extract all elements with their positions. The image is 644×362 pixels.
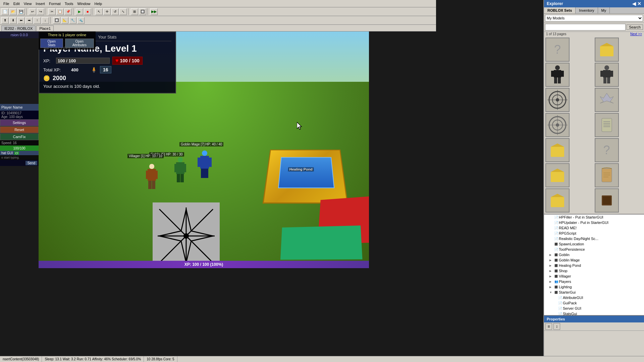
tree-item-goblin-mage[interactable]: ▶ ⬛ Goblin Mage (544, 257, 644, 263)
tree-item-hpupdater[interactable]: 📄 HPUpdater - Put in StarterGUI (544, 220, 644, 225)
model-thumb-11[interactable] (595, 163, 619, 187)
open-attributes-btn[interactable]: Open Attributes (65, 39, 94, 48)
menu-tools[interactable]: Tools (63, 2, 75, 6)
svg-marker-67 (551, 194, 564, 197)
model-thumb-4[interactable] (545, 88, 570, 112)
menu-view[interactable]: View (22, 2, 34, 6)
toolbar-save[interactable]: 💾 (17, 8, 25, 15)
toolbar-rotate[interactable]: ↺ (111, 8, 119, 15)
model-thumb-12[interactable] (545, 188, 570, 213)
tree-item-shop[interactable]: ▶ ⬛ Shop (544, 268, 644, 274)
model-thumb-9[interactable]: ? (595, 138, 619, 162)
toolbar-grid[interactable]: ⊞ (131, 8, 138, 15)
toolbar2-b5[interactable]: ↑ (34, 17, 41, 24)
tree-item-servergui[interactable]: 📄 Server GUI (544, 306, 644, 311)
toolbar-new[interactable]: 📄 (1, 8, 9, 15)
tree-item-hpfiller[interactable]: 📄 HPFiller - Put in StarterGUI (544, 215, 644, 220)
tree-item-villager[interactable]: ▶ ⬛ Villager (544, 274, 644, 279)
hp-bar-text: 100/100 (13, 146, 25, 150)
search-button[interactable]: Search (627, 24, 643, 30)
explorer-tree[interactable]: 📄 HPFiller - Put in StarterGUI 📄 HPUpdat… (544, 214, 644, 315)
toolbar-cut[interactable]: ✂ (48, 8, 56, 15)
menu-file[interactable]: File (1, 2, 11, 6)
model-thumb-0[interactable]: ? (545, 38, 570, 62)
props-sort-btn[interactable]: ↕ (553, 323, 560, 330)
toolbar2-b9[interactable]: 🔧 (69, 17, 76, 24)
toolbar-undo[interactable]: ↩ (29, 8, 36, 15)
props-filter-btn[interactable]: ≡ (545, 323, 552, 330)
tab-roblox-sets[interactable]: ROBLOX Sets (544, 7, 576, 13)
healing-pond-icon: ⬛ (553, 263, 559, 268)
menu-format[interactable]: Format (47, 2, 63, 6)
toolbar2-b2[interactable]: ⬇ (9, 17, 17, 24)
tab-my[interactable]: My (598, 7, 610, 13)
chat-shortcut: Cl (14, 152, 19, 155)
toolbar2-b1[interactable]: ⬆ (1, 17, 9, 24)
toolbar-paste[interactable]: 📌 (64, 8, 72, 15)
tab-inventory[interactable]: Inventory (576, 7, 598, 13)
next-button[interactable]: Next >> (630, 32, 642, 36)
tree-item-daynight[interactable]: 📄 Realistic Day/Night Sc... (544, 236, 644, 241)
tree-item-lighting[interactable]: ▶ ⬛ Lighting (544, 284, 644, 290)
toolbar-stop[interactable]: ■ (84, 8, 91, 15)
toolbar-select[interactable]: ↖ (95, 8, 103, 15)
camfix-btn[interactable]: CamFix (0, 133, 39, 140)
tree-item-toolpersistence[interactable]: 📄 ToolPersistence (544, 247, 644, 252)
tree-item-goblin[interactable]: ▶ ⬛ Goblin (544, 252, 644, 257)
model-thumb-3[interactable] (595, 63, 619, 87)
tree-item-spawn[interactable]: ⬛ SpawnLocation (544, 241, 644, 247)
model-thumb-2[interactable] (545, 63, 570, 87)
toolbar-move[interactable]: ✛ (103, 8, 111, 15)
model-thumb-7[interactable] (595, 113, 619, 137)
send-btn[interactable]: Send (0, 160, 39, 166)
tree-item-readme[interactable]: 📄 READ ME! (544, 225, 644, 231)
tree-item-rpgscript[interactable]: 📄 RPGScript (544, 231, 644, 236)
toolbar2-b6[interactable]: ↓ (42, 17, 49, 24)
toolbar-scale[interactable]: ⤡ (119, 8, 127, 15)
total-xp-value: 400 (71, 67, 88, 72)
toolbar-play[interactable]: ▶ (76, 8, 83, 15)
guipack-icon: 📄 (557, 301, 563, 305)
tree-item-statsgui[interactable]: 📄 StatsGui (544, 311, 644, 315)
search-input[interactable] (545, 24, 626, 31)
menu-insert[interactable]: Insert (34, 2, 47, 6)
toolbar2-b8[interactable]: 📐 (61, 17, 68, 24)
model-thumb-8[interactable] (545, 138, 570, 162)
reset-btn[interactable]: Reset (0, 126, 39, 133)
menu-help[interactable]: Help (93, 2, 104, 6)
model-thumb-1[interactable] (595, 38, 619, 62)
menu-window[interactable]: Window (75, 2, 92, 6)
toolbar-sep-2 (46, 8, 47, 15)
tree-item-guipack[interactable]: 📄 GuiPack (544, 300, 644, 306)
menu-edit[interactable]: Edit (11, 2, 22, 6)
toolbar2-b7[interactable]: 🔲 (53, 17, 60, 24)
settings-btn[interactable]: Settings (0, 119, 39, 126)
model-thumb-10[interactable] (545, 163, 570, 187)
tree-item-players[interactable]: ▶ 👥 Players (544, 279, 644, 284)
menu-bar: File Edit View Insert Format Tools Windo… (0, 0, 436, 7)
model-thumb-13[interactable] (595, 188, 619, 213)
tree-item-attributegui[interactable]: 📄 AttributeGUI (544, 295, 644, 300)
toolbar-snap[interactable]: 🔲 (139, 8, 146, 15)
xp-bar-text: XP: 100 / 100 (100%) (184, 262, 223, 267)
toolbar-copy[interactable]: 📋 (56, 8, 64, 15)
tree-item-startergui[interactable]: ▼ ⬛ StarterGui (544, 290, 644, 295)
model-thumb-6[interactable] (545, 113, 570, 137)
svg-rect-32 (551, 71, 554, 77)
model-thumb-5[interactable] (595, 88, 619, 112)
models-dropdown[interactable]: My Models (545, 15, 643, 21)
tree-item-healing-pond[interactable]: ▶ ⬛ Healing Pond (544, 263, 644, 268)
toolbar-open[interactable]: 📂 (9, 8, 17, 15)
toolbar2-b3[interactable]: ⬅ (17, 17, 25, 24)
toolbar2-b10[interactable]: 🔩 (77, 17, 85, 24)
toolbar2-b4[interactable]: ➡ (25, 17, 33, 24)
svg-rect-30 (555, 65, 560, 70)
toolbar-run[interactable]: ▶▶ (150, 8, 158, 15)
open-stats-btn[interactable]: Open Stats (40, 39, 63, 48)
tab-ie202[interactable]: IE202 - ROBLOX (1, 25, 36, 31)
toolbar-2: ⬆ ⬇ ⬅ ➡ ↑ ↓ 🔲 📐 🔧 🔩 (0, 16, 436, 25)
tab-place1[interactable]: Place1 (36, 25, 54, 31)
svg-rect-34 (554, 77, 557, 83)
toolbar-redo[interactable]: ↪ (37, 8, 44, 15)
rpgscript-icon: 📄 (553, 231, 559, 236)
